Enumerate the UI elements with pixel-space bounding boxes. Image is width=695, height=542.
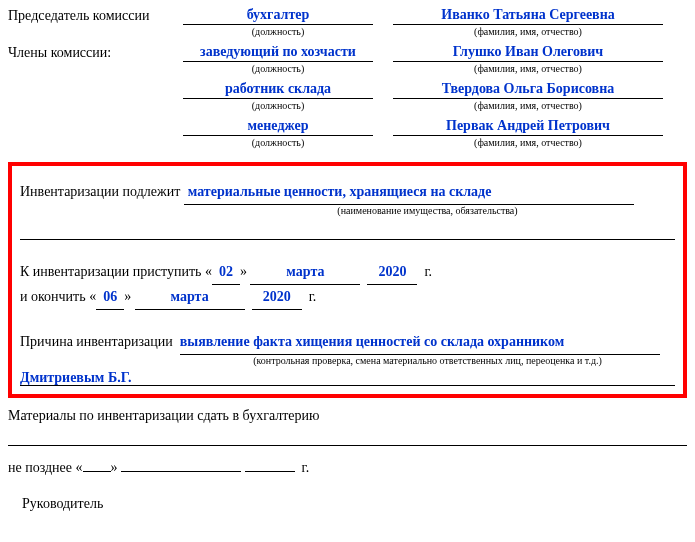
signer-label: Руководитель [8, 496, 687, 512]
member-position: работник склада [183, 80, 373, 99]
reason-value-2: Дмитриевым Б.Г. [20, 370, 131, 386]
member-row: Члены комиссии: заведующий по хозчасти (… [8, 43, 687, 78]
member-name: Твердова Ольга Борисовна [393, 80, 663, 99]
blank-month [121, 458, 241, 472]
member-position: менеджер [183, 117, 373, 136]
members-label: Члены комиссии: [8, 43, 183, 61]
reason-continuation: Дмитриевым Б.Г. [20, 370, 675, 386]
chairman-row: Председатель комиссии бухгалтер (должнос… [8, 6, 687, 41]
name-sublabel: (фамилия, имя, отчество) [393, 26, 663, 37]
position-sublabel: (должность) [183, 63, 373, 74]
member-name: Глушко Иван Олегович [393, 43, 663, 62]
signature-position-line [8, 532, 214, 542]
year-suffix: г. [424, 264, 432, 279]
deadline-line: не позднее «» г. [8, 456, 687, 480]
signature-row: (должность) (подпись) (расшифровка подпи… [8, 532, 687, 542]
chairman-label: Председатель комиссии [8, 6, 183, 24]
deadline-label: не позднее [8, 460, 72, 475]
end-date-line: и окончить «06» марта 2020 г. [20, 285, 675, 310]
end-year: 2020 [252, 285, 302, 310]
reason-sublabel: (контрольная проверка, смена материально… [180, 355, 675, 366]
highlighted-section: Инвентаризации подлежит материальные цен… [8, 162, 687, 398]
position-sublabel: (должность) [183, 100, 373, 111]
chairman-position: бухгалтер [183, 6, 373, 25]
subject-value: материальные ценности, хранящиеся на скл… [184, 180, 634, 205]
position-sublabel: (должность) [183, 26, 373, 37]
reason-label: Причина инвентаризации [20, 334, 173, 349]
start-day: 02 [212, 260, 240, 285]
reason-line: Причина инвентаризации выявление факта х… [20, 330, 675, 355]
blank-underline [20, 224, 675, 240]
signature-sign-line [244, 532, 450, 542]
year-suffix: г. [302, 460, 310, 475]
end-month: марта [135, 285, 245, 310]
blank-underline [8, 430, 687, 446]
signature-decode-line [481, 532, 687, 542]
member-position: заведующий по хозчасти [183, 43, 373, 62]
blank-year [245, 458, 295, 472]
name-sublabel: (фамилия, имя, отчество) [393, 100, 663, 111]
year-suffix: г. [309, 289, 317, 304]
name-sublabel: (фамилия, имя, отчество) [393, 137, 663, 148]
materials-label: Материалы по инвентаризации сдать в бухг… [8, 404, 687, 428]
reason-value-1: выявление факта хищения ценностей со скл… [180, 330, 660, 355]
blank-day [83, 458, 111, 472]
subject-label: Инвентаризации подлежит [20, 184, 180, 199]
name-sublabel: (фамилия, имя, отчество) [393, 63, 663, 74]
start-label: К инвентаризации приступить [20, 264, 201, 279]
chairman-name: Иванко Татьяна Сергеевна [393, 6, 663, 25]
start-month: марта [250, 260, 360, 285]
start-date-line: К инвентаризации приступить «02» марта 2… [20, 260, 675, 285]
position-sublabel: (должность) [183, 137, 373, 148]
end-label: и окончить [20, 289, 86, 304]
subject-sublabel: (наименование имущества, обязательства) [180, 205, 675, 216]
member-row: менеджер (должность) Первак Андрей Петро… [8, 117, 687, 152]
member-row: работник склада (должность) Твердова Оль… [8, 80, 687, 115]
start-year: 2020 [367, 260, 417, 285]
member-name: Первак Андрей Петрович [393, 117, 663, 136]
end-day: 06 [96, 285, 124, 310]
subject-line: Инвентаризации подлежит материальные цен… [20, 180, 675, 205]
